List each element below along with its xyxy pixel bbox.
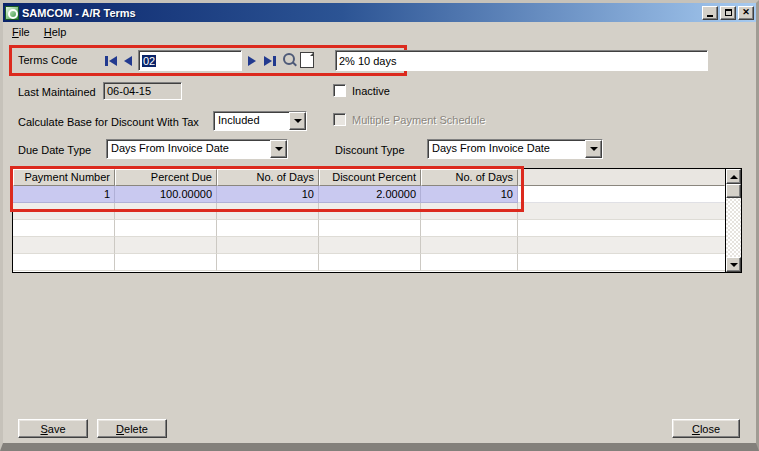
grid-cell[interactable]: 10 (421, 186, 518, 203)
grid-column-header[interactable]: No. of Days (421, 169, 518, 186)
nav-first-button[interactable] (103, 52, 119, 70)
scroll-down-button[interactable] (726, 257, 741, 272)
grid-cell-empty[interactable] (13, 220, 115, 237)
inactive-label: Inactive (352, 85, 390, 97)
grid-row-filler (518, 203, 725, 220)
dropdown-arrow-icon[interactable] (585, 140, 602, 158)
grid-cell-empty[interactable] (319, 220, 421, 237)
grid-cell-empty[interactable] (217, 220, 319, 237)
grid-cell-empty[interactable] (421, 237, 518, 254)
grid-cell-empty[interactable] (421, 220, 518, 237)
nav-last-button[interactable] (262, 52, 278, 70)
dropdown-arrow-icon[interactable] (270, 140, 287, 158)
grid-row-empty[interactable] (13, 254, 725, 271)
terms-description-input[interactable] (335, 50, 708, 71)
last-record-icon (264, 56, 272, 66)
grid-cell-empty[interactable] (217, 203, 319, 220)
app-icon (5, 6, 19, 20)
grid-cell-empty[interactable] (115, 237, 217, 254)
grid-row-filler (518, 220, 725, 237)
minimize-button[interactable] (702, 6, 718, 20)
discount-type-value: Days From Invoice Date (428, 140, 585, 158)
scrollbar-thumb[interactable] (726, 184, 741, 198)
last-maintained-label: Last Maintained (18, 86, 96, 98)
grid-row-empty[interactable] (13, 203, 725, 220)
grid-cell-empty[interactable] (115, 254, 217, 271)
terms-code-label: Terms Code (18, 54, 77, 66)
grid-cell-empty[interactable] (421, 203, 518, 220)
menu-file[interactable]: File (5, 24, 37, 40)
nav-next-button[interactable] (246, 52, 258, 70)
maximize-icon (725, 9, 732, 16)
grid-cell[interactable]: 10 (217, 186, 319, 203)
grid-header-filler (518, 169, 725, 186)
grid-row-empty[interactable] (13, 220, 725, 237)
nav-previous-button[interactable] (122, 52, 134, 70)
scroll-up-icon (730, 175, 738, 179)
terms-code-input[interactable]: 02 (138, 50, 242, 71)
close-icon: ✕ (742, 8, 750, 17)
dropdown-arrow-icon[interactable] (289, 112, 306, 130)
grid-row-filler (518, 254, 725, 271)
multiple-payment-label: Multiple Payment Schedule (352, 114, 485, 126)
terms-code-value: 02 (142, 55, 156, 67)
grid-row-filler (518, 186, 725, 203)
grid-cell-empty[interactable] (217, 254, 319, 271)
next-record-icon (248, 56, 256, 66)
grid-row-selected[interactable]: 1100.00000102.0000010 (13, 186, 725, 203)
close-button[interactable]: ✕ (738, 6, 754, 20)
due-date-type-dropdown[interactable]: Days From Invoice Date (106, 139, 288, 159)
first-record-icon (105, 56, 108, 66)
grid-column-header[interactable]: Payment Number (13, 169, 115, 186)
calc-base-label: Calculate Base for Discount With Tax (18, 116, 199, 128)
scroll-up-button[interactable] (726, 169, 741, 184)
last-maintained-field: 06-04-15 (103, 82, 182, 100)
inactive-checkbox[interactable] (333, 84, 346, 97)
due-date-type-value: Days From Invoice Date (107, 140, 270, 158)
grid-cell-empty[interactable] (319, 203, 421, 220)
previous-record-icon (124, 56, 132, 66)
calc-base-value: Included (214, 112, 289, 130)
grid-row-filler (518, 237, 725, 254)
new-record-icon[interactable] (300, 52, 314, 68)
due-date-type-label: Due Date Type (18, 144, 91, 156)
discount-type-label: Discount Type (335, 144, 405, 156)
grid-cell-empty[interactable] (13, 237, 115, 254)
multiple-payment-checkbox (333, 113, 346, 126)
app-window: SAMCOM - A/R Terms ✕ File Help Terms Cod… (0, 0, 759, 451)
grid-cell-empty[interactable] (13, 203, 115, 220)
menu-help[interactable]: Help (37, 24, 74, 40)
grid-column-header[interactable]: No. of Days (217, 169, 319, 186)
window-title: SAMCOM - A/R Terms (22, 7, 699, 19)
grid-cell-empty[interactable] (115, 220, 217, 237)
title-bar: SAMCOM - A/R Terms ✕ (3, 3, 756, 22)
delete-button[interactable]: Delete (97, 419, 167, 438)
discount-type-dropdown[interactable]: Days From Invoice Date (427, 139, 603, 159)
close-window-button[interactable]: Close (672, 419, 740, 438)
last-maintained-value: 06-04-15 (107, 85, 151, 97)
vertical-scrollbar[interactable] (725, 169, 741, 272)
calc-base-dropdown[interactable]: Included (213, 111, 307, 131)
grid-row-empty[interactable] (13, 237, 725, 254)
minimize-icon (707, 15, 713, 17)
save-button[interactable]: Save (18, 419, 88, 438)
scrollbar-track[interactable] (726, 198, 741, 257)
grid-cell-empty[interactable] (13, 254, 115, 271)
menu-bar: File Help (3, 22, 756, 42)
grid-header-row: Payment NumberPercent DueNo. of DaysDisc… (13, 169, 725, 186)
scroll-down-icon (730, 263, 738, 267)
grid-cell-empty[interactable] (115, 203, 217, 220)
maximize-button[interactable] (720, 6, 736, 20)
grid-cell-empty[interactable] (319, 237, 421, 254)
grid-cell[interactable]: 2.00000 (319, 186, 421, 203)
payment-schedule-grid: Payment NumberPercent DueNo. of DaysDisc… (12, 168, 742, 273)
grid-cell-empty[interactable] (319, 254, 421, 271)
grid-column-header[interactable]: Discount Percent (319, 169, 421, 186)
grid-cell-empty[interactable] (421, 254, 518, 271)
finder-magnifier-icon[interactable] (281, 52, 298, 70)
grid-cell[interactable]: 100.00000 (115, 186, 217, 203)
grid-column-header[interactable]: Percent Due (115, 169, 217, 186)
grid-cell-empty[interactable] (217, 237, 319, 254)
grid-cell[interactable]: 1 (13, 186, 115, 203)
grid-body: 1100.00000102.0000010 (13, 186, 725, 271)
